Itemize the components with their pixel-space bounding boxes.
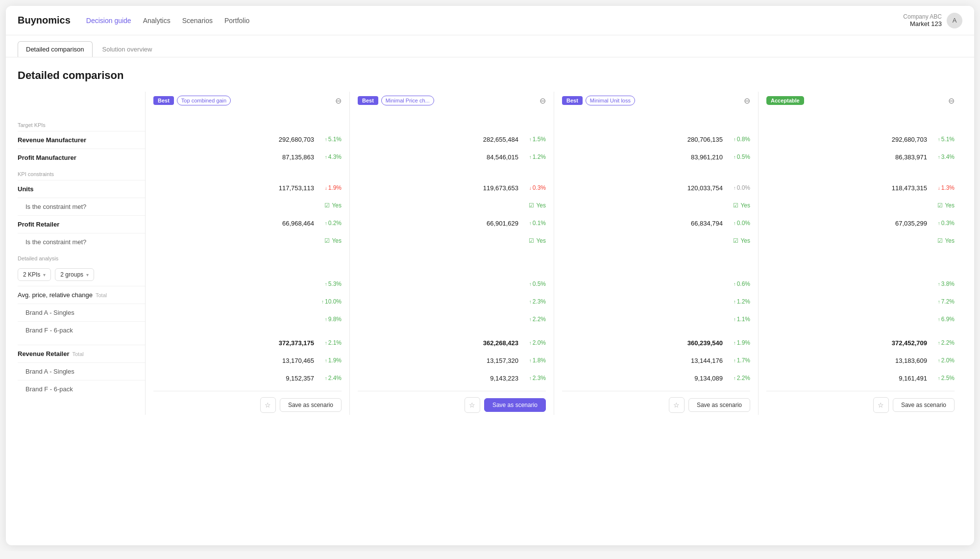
nav-portfolio[interactable]: Portfolio bbox=[224, 15, 249, 26]
row-label-brand-a-singles-price: Brand A - Singles bbox=[18, 304, 145, 321]
cell-delta: ↑6.9% bbox=[931, 316, 955, 323]
header-right: Company ABC Market 123 A bbox=[903, 13, 962, 28]
star-button-1[interactable]: ☆ bbox=[465, 397, 480, 413]
col-tag-1: Minimal Price ch... bbox=[381, 96, 434, 105]
header: Buynomics Decision guide Analytics Scena… bbox=[6, 6, 974, 35]
cell-units-3: 118,473,315 ↓1.3% bbox=[766, 179, 955, 197]
cell-value: 66,901,629 bbox=[487, 220, 518, 227]
col-icon-2[interactable]: ⊖ bbox=[744, 96, 750, 105]
save-scenario-button-2[interactable]: Save as scenario bbox=[688, 398, 750, 412]
constraint-yes: ☑Yes bbox=[324, 202, 342, 209]
cell-delta: ↑2.2% bbox=[931, 339, 955, 346]
row-label-brand-a-singles-rev: Brand A - Singles bbox=[18, 362, 145, 380]
market-name: Market 123 bbox=[903, 20, 942, 27]
cell-delta: ↑2.1% bbox=[318, 339, 342, 346]
cell-value: 87,135,863 bbox=[282, 153, 314, 161]
cell-value: 67,035,299 bbox=[895, 220, 927, 227]
cell-rev-retailer-brand-f-2: 9,134,089 ↑2.2% bbox=[562, 369, 750, 387]
star-button-3[interactable]: ☆ bbox=[873, 397, 889, 413]
cell-delta: ↓1.9% bbox=[318, 184, 342, 191]
row-label-brand-f-6pack-rev: Brand F - 6-pack bbox=[18, 380, 145, 398]
cell-delta: ↑1.7% bbox=[727, 357, 750, 364]
cell-avg-price-0: ↑5.3% bbox=[153, 275, 342, 293]
data-col-0: Best Top combined gain ⊖ 292,680,703 ↑5.… bbox=[145, 92, 349, 415]
star-button-2[interactable]: ☆ bbox=[669, 397, 685, 413]
nav-analytics[interactable]: Analytics bbox=[143, 15, 171, 26]
cell-delta: ↑1.8% bbox=[522, 357, 546, 364]
cell-value: 118,473,315 bbox=[892, 184, 927, 192]
cell-value: 9,134,089 bbox=[694, 375, 723, 382]
cell-value: 372,452,709 bbox=[892, 339, 927, 347]
tab-solution-overview[interactable]: Solution overview bbox=[95, 41, 160, 57]
data-columns: Best Top combined gain ⊖ 292,680,703 ↑5.… bbox=[145, 92, 962, 415]
save-scenario-button-0[interactable]: Save as scenario bbox=[280, 398, 342, 412]
col-footer-3: ☆ Save as scenario bbox=[766, 391, 955, 415]
col-header-1: Best Minimal Price ch... ⊖ bbox=[358, 92, 546, 109]
cell-value: 13,157,320 bbox=[487, 357, 518, 364]
save-scenario-button-3[interactable]: Save as scenario bbox=[893, 398, 955, 412]
cell-units-constraint-3: ☑Yes bbox=[766, 197, 955, 214]
cell-avg-price-1: ↑0.5% bbox=[358, 275, 546, 293]
row-label-units-constraint: Is the constraint met? bbox=[18, 198, 145, 215]
cell-value: 360,239,540 bbox=[687, 339, 723, 347]
cell-value: 66,834,794 bbox=[691, 220, 723, 227]
cell-delta: ↑1.5% bbox=[522, 136, 546, 143]
cell-units-0: 117,753,113 ↓1.9% bbox=[153, 179, 342, 197]
cell-units-constraint-0: ☑Yes bbox=[153, 197, 342, 214]
row-label-avg-price: Avg. price, relative change Total bbox=[18, 286, 145, 304]
cell-delta: ↑0.2% bbox=[318, 220, 342, 227]
cell-brand-f-price-3: ↑6.9% bbox=[766, 310, 955, 328]
badge-acceptable-3: Acceptable bbox=[766, 96, 804, 105]
row-label-profit-manufacturer: Profit Manufacturer bbox=[18, 149, 145, 166]
cell-profit-retailer-0: 66,968,464 ↑0.2% bbox=[153, 214, 342, 232]
cell-delta: ↑1.2% bbox=[522, 153, 546, 160]
col-icon-0[interactable]: ⊖ bbox=[335, 96, 342, 105]
tab-detailed-comparison[interactable]: Detailed comparison bbox=[18, 41, 93, 57]
company-name: Company ABC bbox=[903, 13, 942, 20]
col-footer-0: ☆ Save as scenario bbox=[153, 391, 342, 415]
cell-value: 13,183,609 bbox=[895, 357, 927, 364]
star-button-0[interactable]: ☆ bbox=[260, 397, 276, 413]
section-label-detailed-analysis: Detailed analysis bbox=[18, 251, 145, 264]
cell-rev-manuf-1: 282,655,484 ↑1.5% bbox=[358, 130, 546, 148]
cell-units-constraint-2: ☑Yes bbox=[562, 197, 750, 214]
cell-brand-a-price-2: ↑1.2% bbox=[562, 293, 750, 310]
groups-dropdown[interactable]: 2 groups ▾ bbox=[55, 268, 94, 281]
cell-delta: ↑5.3% bbox=[318, 280, 342, 287]
kpis-dropdown[interactable]: 2 KPIs ▾ bbox=[18, 268, 51, 281]
row-label-profit-retailer: Profit Retailer bbox=[18, 215, 145, 233]
nav-decision-guide[interactable]: Decision guide bbox=[86, 15, 131, 26]
cell-delta: ↑0.0% bbox=[727, 184, 750, 191]
cell-delta: ↑5.1% bbox=[318, 136, 342, 143]
cell-brand-f-price-2: ↑1.1% bbox=[562, 310, 750, 328]
cell-rev-retailer-2: 360,239,540 ↑1.9% bbox=[562, 334, 750, 352]
cell-delta: ↑0.8% bbox=[727, 136, 750, 143]
col-header-0: Best Top combined gain ⊖ bbox=[153, 92, 342, 109]
cell-delta: ↑2.5% bbox=[931, 375, 955, 381]
col-icon-1[interactable]: ⊖ bbox=[539, 96, 546, 105]
cell-value: 13,144,176 bbox=[691, 357, 723, 364]
data-col-1: Best Minimal Price ch... ⊖ 282,655,484 ↑… bbox=[349, 92, 554, 415]
constraint-yes: ☑Yes bbox=[733, 237, 750, 244]
cell-value: 9,161,491 bbox=[899, 375, 927, 382]
constraint-yes: ☑Yes bbox=[324, 237, 342, 244]
constraint-yes: ☑Yes bbox=[529, 237, 546, 244]
cell-rev-retailer-brand-f-3: 9,161,491 ↑2.5% bbox=[766, 369, 955, 387]
cell-delta: ↑2.3% bbox=[522, 375, 546, 381]
constraint-yes: ☑Yes bbox=[937, 202, 955, 209]
badge-best-1: Best bbox=[358, 96, 378, 105]
cell-brand-a-price-0: ↑10.0% bbox=[153, 293, 342, 310]
cell-avg-price-3: ↑3.8% bbox=[766, 275, 955, 293]
cell-delta: ↑0.0% bbox=[727, 220, 750, 227]
col-icon-3[interactable]: ⊖ bbox=[948, 96, 955, 105]
cell-profit-manuf-3: 86,383,971 ↑3.4% bbox=[766, 148, 955, 166]
cell-rev-retailer-brand-f-1: 9,143,223 ↑2.3% bbox=[358, 369, 546, 387]
col-tag-0: Top combined gain bbox=[177, 96, 231, 105]
nav-scenarios[interactable]: Scenarios bbox=[182, 15, 213, 26]
col-header-2: Best Minimal Unit loss ⊖ bbox=[562, 92, 750, 109]
constraint-yes: ☑Yes bbox=[733, 202, 750, 209]
section-label-kpi-constraints: KPI constraints bbox=[18, 166, 145, 180]
kpis-dropdown-arrow: ▾ bbox=[43, 272, 46, 278]
save-scenario-button-1[interactable]: Save as scenario bbox=[484, 398, 546, 412]
cell-value: 282,655,484 bbox=[483, 136, 518, 143]
